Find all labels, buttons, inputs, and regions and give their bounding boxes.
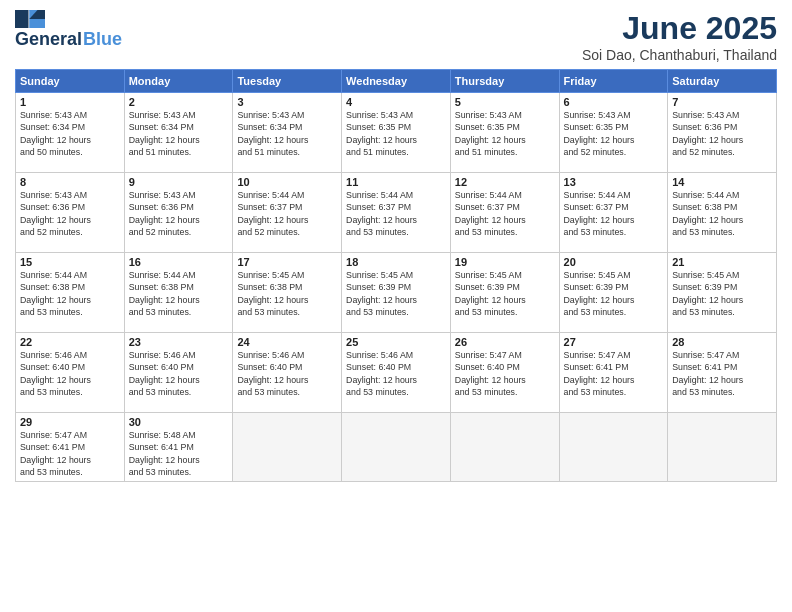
day-info: Sunrise: 5:43 AMSunset: 6:36 PMDaylight:… xyxy=(129,189,229,238)
day-info: Sunrise: 5:43 AMSunset: 6:36 PMDaylight:… xyxy=(672,109,772,158)
table-row: 14Sunrise: 5:44 AMSunset: 6:38 PMDayligh… xyxy=(668,173,777,253)
day-info: Sunrise: 5:47 AMSunset: 6:41 PMDaylight:… xyxy=(564,349,664,398)
day-number: 24 xyxy=(237,336,337,348)
day-number: 13 xyxy=(564,176,664,188)
day-info: Sunrise: 5:44 AMSunset: 6:37 PMDaylight:… xyxy=(346,189,446,238)
day-info: Sunrise: 5:43 AMSunset: 6:34 PMDaylight:… xyxy=(237,109,337,158)
title-location: Soi Dao, Chanthaburi, Thailand xyxy=(582,47,777,63)
svg-rect-0 xyxy=(15,10,29,28)
table-row xyxy=(233,413,342,482)
day-number: 19 xyxy=(455,256,555,268)
day-info: Sunrise: 5:44 AMSunset: 6:37 PMDaylight:… xyxy=(455,189,555,238)
col-wednesday: Wednesday xyxy=(342,70,451,93)
table-row: 22Sunrise: 5:46 AMSunset: 6:40 PMDayligh… xyxy=(16,333,125,413)
day-info: Sunrise: 5:43 AMSunset: 6:35 PMDaylight:… xyxy=(455,109,555,158)
day-number: 11 xyxy=(346,176,446,188)
day-info: Sunrise: 5:44 AMSunset: 6:38 PMDaylight:… xyxy=(20,269,120,318)
table-row: 29Sunrise: 5:47 AMSunset: 6:41 PMDayligh… xyxy=(16,413,125,482)
day-number: 20 xyxy=(564,256,664,268)
table-row: 13Sunrise: 5:44 AMSunset: 6:37 PMDayligh… xyxy=(559,173,668,253)
day-number: 23 xyxy=(129,336,229,348)
table-row: 18Sunrise: 5:45 AMSunset: 6:39 PMDayligh… xyxy=(342,253,451,333)
table-row: 7Sunrise: 5:43 AMSunset: 6:36 PMDaylight… xyxy=(668,93,777,173)
table-row: 27Sunrise: 5:47 AMSunset: 6:41 PMDayligh… xyxy=(559,333,668,413)
day-info: Sunrise: 5:48 AMSunset: 6:41 PMDaylight:… xyxy=(129,429,229,478)
table-row: 9Sunrise: 5:43 AMSunset: 6:36 PMDaylight… xyxy=(124,173,233,253)
table-row: 19Sunrise: 5:45 AMSunset: 6:39 PMDayligh… xyxy=(450,253,559,333)
day-number: 5 xyxy=(455,96,555,108)
day-number: 18 xyxy=(346,256,446,268)
day-number: 30 xyxy=(129,416,229,428)
day-number: 1 xyxy=(20,96,120,108)
table-row: 21Sunrise: 5:45 AMSunset: 6:39 PMDayligh… xyxy=(668,253,777,333)
day-info: Sunrise: 5:45 AMSunset: 6:38 PMDaylight:… xyxy=(237,269,337,318)
table-row xyxy=(342,413,451,482)
day-info: Sunrise: 5:47 AMSunset: 6:41 PMDaylight:… xyxy=(672,349,772,398)
day-info: Sunrise: 5:45 AMSunset: 6:39 PMDaylight:… xyxy=(672,269,772,318)
day-info: Sunrise: 5:46 AMSunset: 6:40 PMDaylight:… xyxy=(346,349,446,398)
logo-text-blue: Blue xyxy=(83,30,122,48)
day-number: 3 xyxy=(237,96,337,108)
logo-text-general: General xyxy=(15,30,82,48)
table-row: 20Sunrise: 5:45 AMSunset: 6:39 PMDayligh… xyxy=(559,253,668,333)
day-number: 6 xyxy=(564,96,664,108)
day-number: 25 xyxy=(346,336,446,348)
table-row: 6Sunrise: 5:43 AMSunset: 6:35 PMDaylight… xyxy=(559,93,668,173)
table-row: 26Sunrise: 5:47 AMSunset: 6:40 PMDayligh… xyxy=(450,333,559,413)
title-month: June 2025 xyxy=(582,10,777,47)
col-thursday: Thursday xyxy=(450,70,559,93)
calendar-header-row: Sunday Monday Tuesday Wednesday Thursday… xyxy=(16,70,777,93)
day-number: 28 xyxy=(672,336,772,348)
table-row: 12Sunrise: 5:44 AMSunset: 6:37 PMDayligh… xyxy=(450,173,559,253)
day-number: 9 xyxy=(129,176,229,188)
table-row: 10Sunrise: 5:44 AMSunset: 6:37 PMDayligh… xyxy=(233,173,342,253)
day-info: Sunrise: 5:46 AMSunset: 6:40 PMDaylight:… xyxy=(20,349,120,398)
table-row: 30Sunrise: 5:48 AMSunset: 6:41 PMDayligh… xyxy=(124,413,233,482)
day-number: 22 xyxy=(20,336,120,348)
table-row: 8Sunrise: 5:43 AMSunset: 6:36 PMDaylight… xyxy=(16,173,125,253)
day-info: Sunrise: 5:46 AMSunset: 6:40 PMDaylight:… xyxy=(237,349,337,398)
day-number: 15 xyxy=(20,256,120,268)
logo-icon xyxy=(15,10,45,28)
table-row: 16Sunrise: 5:44 AMSunset: 6:38 PMDayligh… xyxy=(124,253,233,333)
day-info: Sunrise: 5:44 AMSunset: 6:37 PMDaylight:… xyxy=(237,189,337,238)
col-tuesday: Tuesday xyxy=(233,70,342,93)
table-row: 25Sunrise: 5:46 AMSunset: 6:40 PMDayligh… xyxy=(342,333,451,413)
col-sunday: Sunday xyxy=(16,70,125,93)
day-number: 26 xyxy=(455,336,555,348)
day-number: 10 xyxy=(237,176,337,188)
day-info: Sunrise: 5:44 AMSunset: 6:38 PMDaylight:… xyxy=(129,269,229,318)
day-number: 16 xyxy=(129,256,229,268)
day-number: 12 xyxy=(455,176,555,188)
day-info: Sunrise: 5:45 AMSunset: 6:39 PMDaylight:… xyxy=(346,269,446,318)
day-number: 14 xyxy=(672,176,772,188)
day-info: Sunrise: 5:45 AMSunset: 6:39 PMDaylight:… xyxy=(455,269,555,318)
table-row xyxy=(559,413,668,482)
day-number: 4 xyxy=(346,96,446,108)
day-number: 21 xyxy=(672,256,772,268)
day-number: 29 xyxy=(20,416,120,428)
table-row: 5Sunrise: 5:43 AMSunset: 6:35 PMDaylight… xyxy=(450,93,559,173)
day-number: 8 xyxy=(20,176,120,188)
day-info: Sunrise: 5:44 AMSunset: 6:38 PMDaylight:… xyxy=(672,189,772,238)
calendar-table: Sunday Monday Tuesday Wednesday Thursday… xyxy=(15,69,777,482)
col-saturday: Saturday xyxy=(668,70,777,93)
day-number: 27 xyxy=(564,336,664,348)
logo: General Blue xyxy=(15,10,122,48)
table-row: 15Sunrise: 5:44 AMSunset: 6:38 PMDayligh… xyxy=(16,253,125,333)
day-info: Sunrise: 5:43 AMSunset: 6:36 PMDaylight:… xyxy=(20,189,120,238)
table-row: 23Sunrise: 5:46 AMSunset: 6:40 PMDayligh… xyxy=(124,333,233,413)
table-row: 1Sunrise: 5:43 AMSunset: 6:34 PMDaylight… xyxy=(16,93,125,173)
day-info: Sunrise: 5:43 AMSunset: 6:34 PMDaylight:… xyxy=(20,109,120,158)
day-info: Sunrise: 5:45 AMSunset: 6:39 PMDaylight:… xyxy=(564,269,664,318)
title-block: June 2025 Soi Dao, Chanthaburi, Thailand xyxy=(582,10,777,63)
day-number: 7 xyxy=(672,96,772,108)
table-row: 3Sunrise: 5:43 AMSunset: 6:34 PMDaylight… xyxy=(233,93,342,173)
table-row: 4Sunrise: 5:43 AMSunset: 6:35 PMDaylight… xyxy=(342,93,451,173)
day-info: Sunrise: 5:43 AMSunset: 6:34 PMDaylight:… xyxy=(129,109,229,158)
table-row: 11Sunrise: 5:44 AMSunset: 6:37 PMDayligh… xyxy=(342,173,451,253)
day-info: Sunrise: 5:46 AMSunset: 6:40 PMDaylight:… xyxy=(129,349,229,398)
day-number: 17 xyxy=(237,256,337,268)
table-row xyxy=(668,413,777,482)
table-row: 17Sunrise: 5:45 AMSunset: 6:38 PMDayligh… xyxy=(233,253,342,333)
